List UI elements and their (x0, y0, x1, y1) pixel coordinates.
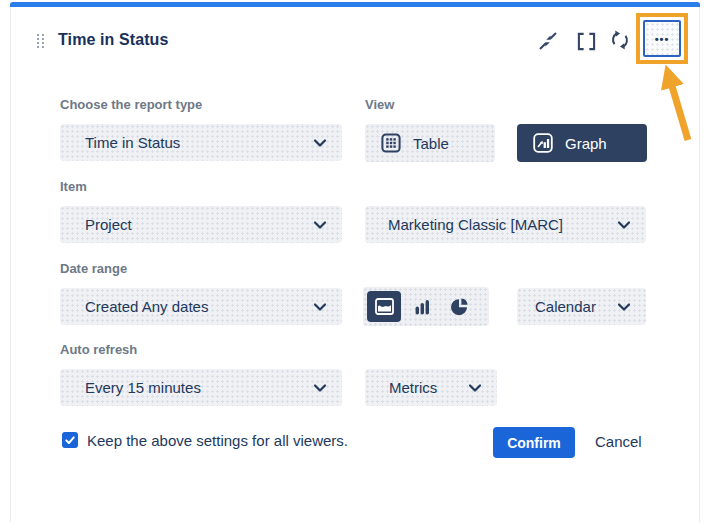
chart-type-bar-button[interactable] (405, 291, 439, 322)
auto-refresh-label: Auto refresh (60, 342, 137, 357)
date-range-value: Created Any dates (85, 298, 208, 315)
view-graph-button[interactable]: Graph (517, 124, 647, 162)
chevron-down-icon (469, 384, 481, 392)
page-title: Time in Status (58, 31, 168, 49)
fullscreen-icon (577, 32, 596, 51)
refresh-icon (609, 29, 631, 51)
chevron-down-icon (314, 139, 326, 147)
metrics-value: Metrics (389, 379, 437, 396)
checkmark-icon (64, 434, 76, 446)
view-table-button[interactable]: Table (365, 124, 495, 162)
collapse-button[interactable] (536, 29, 560, 53)
chart-type-area-button[interactable] (367, 291, 401, 322)
item-type-value: Project (85, 216, 132, 233)
report-type-label: Choose the report type (60, 97, 202, 112)
confirm-button[interactable]: Confirm (493, 427, 575, 458)
chevron-down-icon (314, 384, 326, 392)
project-value: Marketing Classic [MARC] (388, 216, 563, 233)
more-options-button[interactable]: ••• (643, 20, 681, 57)
chevron-down-icon (314, 303, 326, 311)
chevron-down-icon (618, 221, 630, 229)
table-grid-icon (381, 133, 401, 153)
cancel-button[interactable]: Cancel (595, 433, 642, 450)
auto-refresh-value: Every 15 minutes (85, 379, 201, 396)
refresh-button[interactable] (608, 28, 632, 52)
chevron-down-icon (314, 221, 326, 229)
area-chart-icon (375, 298, 394, 315)
viewers-settings-label: Keep the above settings for all viewers. (87, 432, 348, 449)
view-label: View (365, 97, 394, 112)
item-type-select[interactable]: Project (60, 206, 342, 243)
auto-refresh-select[interactable]: Every 15 minutes (60, 369, 342, 406)
panel-top-accent-bar (10, 2, 700, 7)
chevron-down-icon (618, 303, 630, 311)
date-range-label: Date range (60, 261, 127, 276)
chart-type-pie-button[interactable] (443, 291, 477, 322)
bar-chart-icon (413, 298, 431, 316)
calendar-select[interactable]: Calendar (517, 288, 646, 325)
pie-chart-icon (451, 298, 469, 316)
fullscreen-button[interactable] (574, 29, 598, 53)
project-select[interactable]: Marketing Classic [MARC] (365, 206, 646, 243)
view-graph-label: Graph (565, 135, 607, 152)
viewers-settings-checkbox[interactable] (62, 432, 78, 448)
chart-type-group (363, 287, 489, 326)
report-type-select[interactable]: Time in Status (60, 124, 342, 161)
drag-handle-icon[interactable] (37, 34, 44, 48)
report-type-value: Time in Status (85, 134, 180, 151)
view-table-label: Table (413, 135, 449, 152)
collapse-icon (538, 31, 558, 51)
date-range-select[interactable]: Created Any dates (60, 288, 342, 325)
graph-chart-icon (533, 133, 553, 153)
metrics-select[interactable]: Metrics (365, 369, 497, 406)
calendar-value: Calendar (535, 298, 596, 315)
item-label: Item (60, 179, 87, 194)
